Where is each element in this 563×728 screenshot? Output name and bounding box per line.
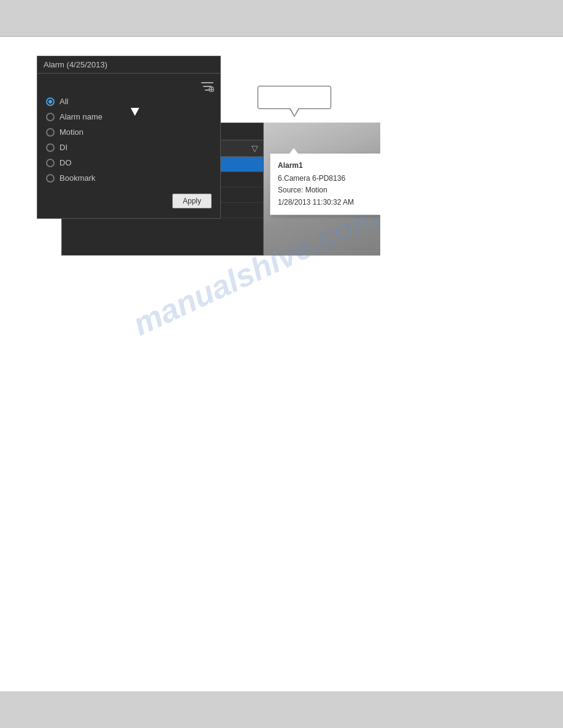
filter-row	[37, 78, 220, 97]
apply-btn-row: Apply	[37, 189, 220, 211]
lower-alarm-title: Alarm (4/25/2013)	[44, 60, 107, 69]
radio-circle-all	[46, 97, 55, 106]
right-thumbnail: Alarm1 6.Camera 6-PD8136 Source: Motion …	[264, 123, 380, 256]
radio-circle-bookmark	[46, 174, 55, 183]
radio-label-bookmark: Bookmark	[59, 173, 96, 183]
tooltip-line4: 1/28/2013 11:30:32 AM	[278, 197, 378, 208]
callout-right	[258, 86, 331, 109]
filter-icon[interactable]: ▽	[251, 143, 258, 153]
radio-options: All Alarm name Motion DI DO	[37, 97, 220, 183]
radio-circle-alarm-name	[46, 113, 55, 121]
radio-do[interactable]: DO	[46, 158, 212, 167]
radio-all[interactable]: All	[46, 97, 212, 106]
radio-label-di: DI	[59, 143, 67, 152]
radio-circle-motion	[46, 128, 55, 137]
radio-di[interactable]: DI	[46, 143, 212, 152]
apply-button[interactable]: Apply	[172, 194, 212, 208]
radio-label-motion: Motion	[59, 127, 83, 137]
top-bar	[0, 0, 563, 37]
radio-circle-di	[46, 143, 55, 152]
content-area: Alarm (1/28/2013) 1 ▼	[0, 37, 563, 268]
alarm-tooltip: Alarm1 6.Camera 6-PD8136 Source: Motion …	[270, 153, 380, 215]
radio-label-all: All	[59, 97, 68, 106]
lower-section: Alarm (4/25/2013) All	[37, 56, 221, 219]
tooltip-line2: 6.Camera 6-PD8136	[278, 173, 378, 184]
lower-filter-icon[interactable]	[201, 81, 214, 92]
bottom-bar	[0, 691, 563, 728]
panel-bottom-space	[62, 218, 263, 255]
lower-alarm-header: Alarm (4/25/2013)	[37, 56, 220, 74]
radio-alarm-name[interactable]: Alarm name	[46, 112, 212, 121]
tooltip-line3: Source: Motion	[278, 184, 378, 196]
radio-label-do: DO	[59, 158, 72, 167]
radio-bookmark[interactable]: Bookmark	[46, 173, 212, 183]
tooltip-line1: Alarm1	[278, 160, 378, 172]
radio-circle-do	[46, 159, 55, 167]
lower-alarm-panel: Alarm (4/25/2013) All	[37, 56, 221, 219]
radio-label-alarm-name: Alarm name	[59, 112, 102, 121]
radio-motion[interactable]: Motion	[46, 127, 212, 137]
